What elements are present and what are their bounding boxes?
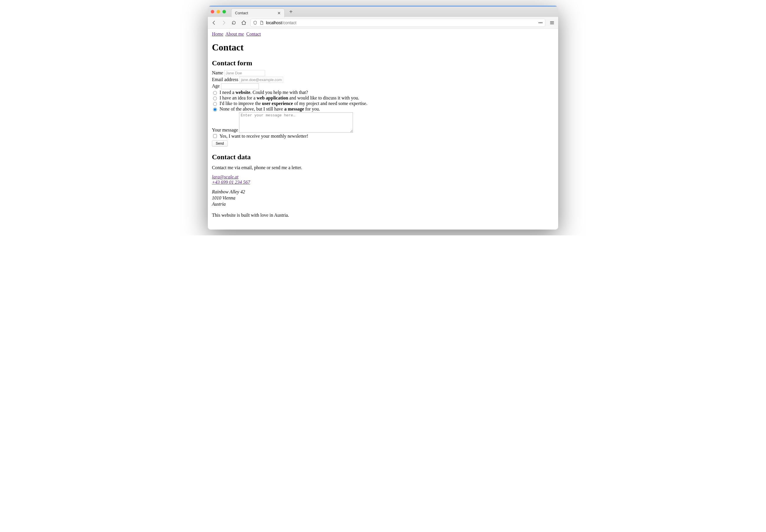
reason-label-website: I need a website. Could you help me with… [220,90,308,95]
minimize-window-button[interactable] [217,10,220,13]
new-tab-button[interactable]: + [287,8,295,15]
page-footer: This website is built with love in Austr… [212,213,554,218]
browser-toolbar: localhost/contact ••• [208,17,558,29]
name-input[interactable] [224,70,265,76]
back-button[interactable] [211,20,217,26]
contact-form-heading: Contact form [212,59,554,67]
nav-contact-link[interactable]: Contact [246,31,261,36]
reload-icon [232,20,236,25]
contact-email-link[interactable]: lara@scale.at [212,174,239,179]
page-icon [260,21,264,25]
url-text: localhost/contact [266,20,296,25]
site-nav: Home About me Contact [212,31,554,37]
reload-button[interactable] [231,20,237,26]
maximize-window-button[interactable] [223,10,226,13]
message-textarea[interactable] [239,112,353,133]
reason-label-other: None of the above, but I still have a me… [220,106,320,112]
close-tab-button[interactable]: ✕ [277,11,281,15]
message-label: Your message [212,127,238,132]
browser-window: Contact ✕ + localhost/contact ••• [208,6,558,230]
reason-radio-ux[interactable] [213,102,217,106]
email-input[interactable] [240,77,283,83]
arrow-right-icon [221,20,227,25]
page-title: Contact [212,42,554,53]
address-bar[interactable]: localhost/contact ••• [251,19,545,27]
menu-button[interactable] [549,20,555,26]
contact-phone-link[interactable]: +43 699 01 234 567 [212,180,250,185]
close-window-button[interactable] [211,10,214,13]
reason-label-ux: I'd like to improve the user experience … [220,101,367,106]
newsletter-checkbox[interactable] [213,134,217,138]
page-actions-button[interactable]: ••• [538,20,543,25]
send-button[interactable]: Send [212,140,228,147]
forward-button [221,20,227,26]
reason-radio-webapp[interactable] [213,97,217,100]
browser-tab[interactable]: Contact ✕ [231,8,285,17]
arrow-left-icon [212,20,217,25]
nav-about-link[interactable]: About me [226,31,244,36]
home-button[interactable] [241,20,247,26]
shield-icon [253,21,257,25]
name-label: Name [212,70,223,75]
titlebar: Contact ✕ + [208,6,558,17]
window-controls [211,10,229,13]
home-icon [241,20,246,25]
reason-radio-website[interactable] [213,91,217,95]
nav-home-link[interactable]: Home [212,31,223,36]
reason-label-webapp: I have an idea for a web application and… [220,95,359,101]
newsletter-label: Yes, I want to receive your monthly news… [220,134,308,139]
reason-radio-other[interactable] [213,108,217,111]
hamburger-icon [550,20,554,25]
age-input[interactable] [221,83,259,89]
contact-data-heading: Contact data [212,153,554,161]
age-label: Age [212,83,220,88]
contact-address: Rainbow Alley 42 1010 Vienna Austria [212,189,554,207]
contact-data: Contact me via email, phone or send me a… [212,165,554,207]
tab-title: Contact [235,11,248,15]
email-label: Email address [212,77,238,82]
contact-intro: Contact me via email, phone or send me a… [212,165,554,170]
page-content: Home About me Contact Contact Contact fo… [208,29,558,230]
